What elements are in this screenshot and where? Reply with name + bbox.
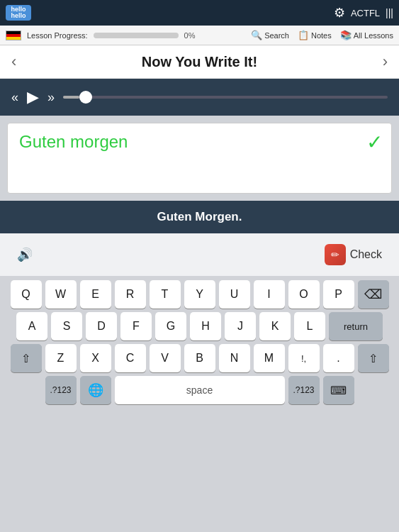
key-v[interactable]: V (150, 344, 181, 372)
notes-button[interactable]: 📋 Notes (298, 30, 332, 40)
all-lessons-label: All Lessons (354, 31, 393, 40)
key-o[interactable]: O (288, 280, 320, 309)
progress-bar-row: Lesson Progress: 0% 🔍 Search 📋 Notes 📚 A… (0, 26, 399, 45)
key-i[interactable]: I (254, 280, 285, 309)
keyboard-row-4: .?123 🌐 space .?123 ⌨ (3, 376, 396, 404)
key-t[interactable]: T (150, 280, 181, 309)
all-lessons-icon: 📚 (340, 30, 352, 40)
top-right: ⚙ ACTFL ||| (334, 5, 393, 21)
key-y[interactable]: Y (184, 280, 215, 309)
audio-progress-fill (63, 96, 79, 99)
key-s[interactable]: S (51, 312, 82, 340)
settings-icon[interactable]: ⚙ (334, 5, 345, 21)
notes-icon: 📋 (298, 30, 309, 40)
audio-progress-track[interactable] (63, 96, 388, 99)
writing-text: Guten morgen (19, 132, 128, 152)
key-w[interactable]: W (45, 280, 77, 309)
key-u[interactable]: U (219, 280, 250, 309)
key-c[interactable]: C (115, 344, 146, 372)
german-flag (6, 31, 21, 40)
answer-bar: Guten Morgen. (0, 201, 399, 233)
search-icon: 🔍 (251, 30, 262, 40)
check-pencil-icon: ✏ (331, 249, 339, 260)
keyboard-row-2: A S D F G H J K L return (3, 312, 396, 340)
key-hide-keyboard[interactable]: ⌨ (323, 376, 354, 404)
play-button[interactable]: ▶ (27, 88, 39, 106)
action-row: 🔊 ✏ Check (0, 233, 399, 276)
key-space[interactable]: space (115, 376, 285, 404)
key-period[interactable]: . (323, 344, 354, 372)
key-excl-comma[interactable]: !, (288, 344, 320, 372)
key-n[interactable]: N (219, 344, 250, 372)
key-m[interactable]: M (254, 344, 285, 372)
key-h[interactable]: H (190, 312, 221, 340)
key-l[interactable]: L (294, 312, 325, 340)
top-bar: hellohello ⚙ ACTFL ||| (0, 0, 399, 26)
audio-progress-thumb (79, 91, 92, 104)
search-label: Search (264, 31, 289, 40)
search-button[interactable]: 🔍 Search (251, 30, 289, 40)
key-numbers[interactable]: .?123 (45, 376, 77, 404)
key-q[interactable]: Q (11, 280, 42, 309)
actfl-label: ACTFL (351, 8, 380, 18)
key-shift-right[interactable]: ⇧ (358, 344, 389, 372)
progress-label: Lesson Progress: (27, 31, 88, 40)
key-return[interactable]: return (329, 312, 383, 340)
keyboard-row-1: Q W E R T Y U I O P ⌫ (3, 280, 396, 309)
rewind-button[interactable]: « (11, 90, 18, 105)
next-button[interactable]: › (383, 52, 388, 71)
menu-icon[interactable]: ||| (386, 7, 393, 18)
progress-track (94, 33, 179, 38)
key-z[interactable]: Z (45, 344, 77, 372)
logo-area: hellohello (6, 5, 31, 21)
progress-percent: 0% (184, 31, 198, 40)
keyboard: Q W E R T Y U I O P ⌫ A S D F G H J K L … (0, 276, 399, 532)
audio-controls: « ▶ » (0, 79, 399, 116)
key-d[interactable]: D (86, 312, 117, 340)
section-title: Now You Write It! (142, 54, 257, 70)
key-g[interactable]: G (155, 312, 186, 340)
key-e[interactable]: E (80, 280, 111, 309)
writing-area[interactable]: Guten morgen ✓ (7, 123, 392, 194)
answer-text: Guten Morgen. (157, 210, 242, 224)
check-label: Check (350, 248, 382, 261)
nav-buttons: 🔍 Search 📋 Notes 📚 All Lessons (251, 30, 393, 40)
check-button[interactable]: ✏ Check (325, 244, 382, 265)
notes-label: Notes (311, 31, 332, 40)
key-globe[interactable]: 🌐 (80, 376, 111, 404)
speaker-button[interactable]: 🔊 (17, 247, 33, 262)
key-x[interactable]: X (80, 344, 111, 372)
all-lessons-button[interactable]: 📚 All Lessons (340, 30, 393, 40)
key-j[interactable]: J (225, 312, 256, 340)
key-shift[interactable]: ⇧ (11, 344, 42, 372)
checkmark-icon: ✓ (366, 131, 383, 154)
check-icon-box: ✏ (325, 244, 346, 265)
forward-button[interactable]: » (47, 90, 55, 105)
key-backspace[interactable]: ⌫ (358, 280, 389, 309)
key-numbers-right[interactable]: .?123 (288, 376, 320, 404)
key-b[interactable]: B (184, 344, 215, 372)
section-header: ‹ Now You Write It! › (0, 45, 399, 79)
key-f[interactable]: F (120, 312, 152, 340)
key-k[interactable]: K (259, 312, 291, 340)
key-p[interactable]: P (323, 280, 354, 309)
key-a[interactable]: A (16, 312, 47, 340)
keyboard-row-3: ⇧ Z X C V B N M !, . ⇧ (3, 344, 396, 372)
prev-button[interactable]: ‹ (11, 52, 16, 71)
key-r[interactable]: R (115, 280, 146, 309)
